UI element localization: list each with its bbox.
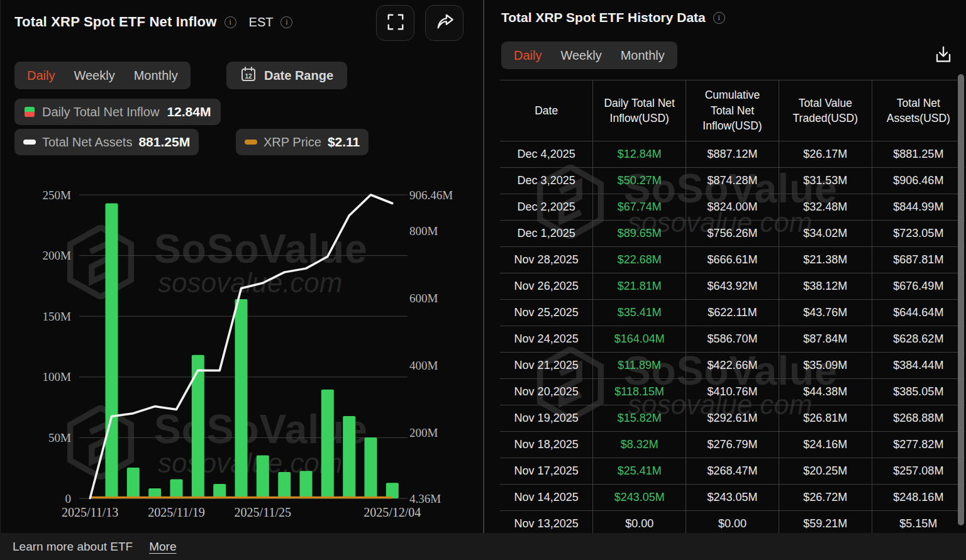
svg-text:0: 0 — [65, 492, 72, 505]
table-cell: $385.05M — [872, 379, 965, 405]
info-icon[interactable] — [713, 12, 725, 24]
table-title: Total XRP Spot ETF History Data — [501, 10, 706, 25]
table-cell: $26.17M — [779, 141, 872, 168]
legend-label: XRP Price — [264, 135, 321, 150]
svg-text:2025/11/19: 2025/11/19 — [148, 505, 204, 519]
table-row: Nov 14,2025$243.05M$243.05M$26.72M$248.1… — [500, 485, 965, 511]
table-cell: $643.92M — [686, 273, 779, 300]
table-cell: $21.81M — [593, 273, 686, 300]
legend-label: Total Net Assets — [42, 135, 132, 150]
table-cell: $628.62M — [872, 326, 965, 353]
calendar-icon: 12 — [240, 66, 257, 85]
table-header-row: Total XRP Spot ETF History Data — [501, 10, 725, 25]
column-header-cumulative-net-inflow: Cumulative Total Net Inflow(USD) — [686, 80, 779, 141]
table-header-row: Date Daily Total Net Inflow(USD) Cumulat… — [500, 80, 965, 141]
chart-header: Total XRP Spot ETF Net Inflow EST — [14, 14, 292, 30]
table-cell: $34.02M — [779, 221, 872, 247]
table-cell: $422.66M — [686, 353, 779, 379]
svg-text:12: 12 — [245, 72, 252, 79]
price-series-icon — [245, 140, 257, 145]
inflow-series-icon — [25, 107, 35, 117]
table-row: Nov 18,2025$8.32M$276.79M$24.16M$277.82M — [500, 432, 965, 458]
table-cell: Nov 14,2025 — [500, 485, 593, 511]
chart-toolbar — [376, 5, 464, 41]
svg-text:4.36M: 4.36M — [409, 492, 441, 505]
table-cell: $38.12M — [779, 273, 872, 300]
table-cell: Nov 28,2025 — [500, 247, 593, 273]
table-row: Nov 25,2025$35.41M$622.11M$43.76M$644.64… — [500, 300, 965, 326]
table-cell: $723.05M — [872, 221, 965, 247]
legend-xrp-price[interactable]: XRP Price $2.11 — [236, 129, 369, 155]
legend-daily-net-inflow[interactable]: Daily Total Net Inflow 12.84M — [14, 99, 221, 125]
tab-weekly[interactable]: Weekly — [560, 48, 601, 63]
table-cell: $268.88M — [872, 405, 965, 432]
table-scrollbar[interactable] — [958, 74, 964, 525]
table-row: Dec 1,2025$89.65M$756.26M$34.02M$723.05M — [500, 221, 965, 247]
footer-bar: Learn more about ETF More — [0, 533, 966, 560]
fullscreen-button[interactable] — [376, 5, 414, 41]
share-icon — [435, 13, 454, 34]
table-cell: $12.84M — [593, 141, 686, 168]
table-cell: $11.89M — [593, 353, 686, 379]
table-cell: $248.16M — [872, 485, 965, 511]
tab-weekly[interactable]: Weekly — [74, 69, 114, 83]
info-icon[interactable] — [280, 16, 292, 28]
svg-text:100M: 100M — [43, 370, 72, 383]
table-cell: $43.76M — [779, 300, 872, 326]
table-cell: Nov 18,2025 — [500, 432, 593, 458]
legend-total-net-assets[interactable]: Total Net Assets 881.25M — [14, 129, 199, 155]
info-icon[interactable] — [225, 16, 236, 28]
column-header-net-assets: Total Net Assets(USD) — [872, 80, 965, 141]
table-cell: $21.38M — [779, 247, 872, 273]
download-button[interactable] — [931, 44, 956, 68]
svg-text:200M: 200M — [409, 426, 438, 439]
table-cell: $268.47M — [686, 458, 779, 485]
svg-text:50M: 50M — [48, 431, 71, 444]
footer-more-link[interactable]: More — [149, 540, 176, 554]
table-cell: Nov 17,2025 — [500, 458, 593, 485]
table-cell: $881.25M — [872, 141, 965, 168]
x-axis-labels: 2025/11/132025/11/192025/11/252025/12/04 — [62, 505, 421, 519]
history-table: Date Daily Total Net Inflow(USD) Cumulat… — [500, 80, 965, 560]
table-cell: $26.81M — [779, 405, 872, 432]
table-cell: $384.44M — [872, 353, 965, 379]
svg-text:250M: 250M — [43, 189, 72, 202]
table-cell: $44.38M — [779, 379, 872, 405]
legend-value: $2.11 — [328, 135, 360, 150]
table-period-tabs: Daily Weekly Monthly — [501, 41, 677, 69]
tab-monthly[interactable]: Monthly — [621, 48, 665, 63]
table-cell: Nov 25,2025 — [500, 300, 593, 326]
table-row: Dec 4,2025$12.84M$887.12M$26.17M$881.25M — [500, 141, 965, 168]
table-cell: $26.72M — [779, 485, 872, 511]
table-cell: $8.32M — [593, 432, 686, 458]
column-header-daily-net-inflow: Daily Total Net Inflow(USD) — [593, 80, 686, 141]
table-cell: Dec 4,2025 — [500, 141, 593, 168]
table-cell: $410.76M — [686, 379, 779, 405]
table-cell: $257.08M — [872, 458, 965, 485]
download-icon — [933, 45, 953, 67]
table-row: Nov 26,2025$21.81M$643.92M$38.12M$676.49… — [500, 273, 965, 300]
table-row: Nov 24,2025$164.04M$586.70M$87.84M$628.6… — [500, 326, 965, 353]
svg-text:400M: 400M — [409, 359, 438, 372]
table-cell: $15.82M — [593, 405, 686, 432]
table-cell: $31.53M — [779, 168, 872, 194]
svg-text:200M: 200M — [43, 249, 72, 262]
table-cell: $35.41M — [593, 300, 686, 326]
table-cell: $89.65M — [593, 221, 686, 247]
table-row: Nov 19,2025$15.82M$292.61M$26.81M$268.88… — [500, 405, 965, 432]
tab-daily[interactable]: Daily — [514, 48, 541, 63]
table-row: Nov 28,2025$22.68M$666.61M$21.38M$687.81… — [500, 247, 965, 273]
table-cell: $276.79M — [686, 432, 779, 458]
table-cell: Dec 3,2025 — [500, 168, 593, 194]
tab-monthly[interactable]: Monthly — [134, 69, 178, 83]
netflow-chart-panel: Total XRP Spot ETF Net Inflow EST Daily … — [0, 0, 483, 560]
date-range-button[interactable]: 12 Date Range — [226, 62, 347, 89]
table-cell: Nov 21,2025 — [500, 353, 593, 379]
inflow-bars — [106, 203, 399, 498]
date-range-label: Date Range — [264, 69, 333, 83]
share-button[interactable] — [425, 5, 464, 41]
table-cell: $644.64M — [872, 300, 965, 326]
legend-value: 12.84M — [167, 104, 211, 119]
table-cell: $32.48M — [779, 194, 872, 221]
tab-daily[interactable]: Daily — [27, 69, 55, 83]
